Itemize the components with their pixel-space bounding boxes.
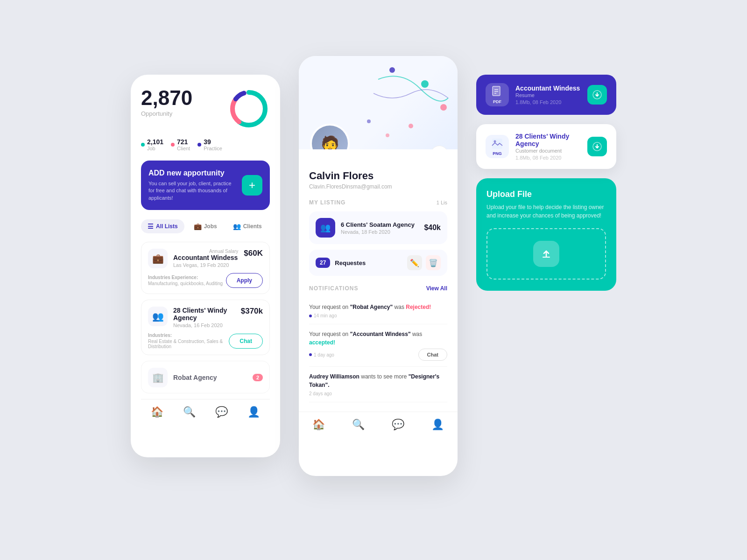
notif-2: Your request on "Accountant Windess" was… — [309, 324, 447, 367]
chat-button-1[interactable]: Chat — [229, 334, 263, 349]
svg-point-9 — [367, 119, 371, 123]
view-all-button[interactable]: View All — [426, 285, 447, 292]
profile-header: 🧑 ✏️ — [299, 56, 458, 149]
file-meta-1: 1.8Mb, 08 Feb 2020 — [515, 99, 581, 105]
stat-job: 2,101 Job — [141, 138, 163, 151]
notif-chat-button[interactable]: Chat — [418, 349, 447, 361]
pdf-label: PDF — [493, 99, 501, 104]
add-button[interactable]: + — [242, 175, 262, 196]
notif-time-2: 1 day ago — [309, 352, 334, 357]
file-info-2: 28 Clients' Windy Agency Customer docume… — [515, 133, 581, 161]
download-button-1[interactable] — [587, 85, 607, 105]
job-sub-1: Las Vegas, 19 Feb 2020 — [173, 262, 238, 268]
requests-row: 27 Requestes ✏️ 🗑️ — [309, 250, 447, 276]
upload-drop-zone[interactable] — [486, 228, 606, 280]
file-meta-2: 1.8Mb, 08 Feb 2020 — [515, 155, 581, 161]
stats-header: 2,870 Opportunity — [141, 88, 270, 130]
jobs-icon: 💼 — [194, 223, 202, 230]
notif-1: Your request on "Robat Agency" was Rejec… — [309, 297, 447, 324]
nav-search[interactable]: 🔍 — [183, 406, 196, 418]
stat-client: 721 Client — [171, 138, 190, 151]
file-type-2: Customer document — [515, 148, 581, 154]
svg-rect-10 — [493, 86, 500, 96]
stat-practice: 39 Practice — [197, 138, 222, 151]
salary-label-1: Annual Salary — [173, 249, 238, 254]
file-card-pdf: PDF Accountant Windess Resume 1.8Mb, 08 … — [476, 75, 616, 115]
avatar-image: 🧑 — [312, 126, 348, 149]
mid-nav-chat[interactable]: 💬 — [392, 419, 404, 431]
upload-icon — [533, 241, 559, 267]
listing-sub: Nevada, 18 Feb 2020 — [341, 229, 418, 235]
file-type-1: Resume — [515, 92, 581, 98]
tab-jobs[interactable]: 💼 Jobs — [187, 219, 224, 233]
list-icon: ☰ — [148, 223, 154, 230]
job-title-2: 28 Clients' Windy Agency — [173, 307, 235, 322]
notif-text-2: Your request on "Accountant Windess" was… — [309, 330, 447, 347]
file-title-1: Accountant Windess — [515, 84, 581, 92]
download-icon-2 — [592, 142, 602, 151]
mid-nav-home[interactable]: 🏠 — [312, 419, 325, 431]
job-sub-2: Nevada, 16 Feb 2020 — [173, 322, 235, 328]
job-value: 2,101 — [147, 138, 163, 146]
job-tags-2: Real Estate & Construction, Sales & Dist… — [148, 339, 229, 349]
notif-3: Audrey Williamson wants to see more "Des… — [309, 367, 447, 402]
client-value: 721 — [177, 138, 190, 146]
requests-edit-button[interactable]: ✏️ — [407, 255, 422, 270]
png-label: PNG — [493, 151, 502, 156]
tab-clients[interactable]: 👥 Clients — [226, 219, 268, 233]
mid-phone: 🧑 ✏️ Calvin Flores Clavin.FloresDinsma@g… — [299, 56, 458, 476]
job-salary-2: $370k — [241, 307, 263, 316]
listing-price: $40k — [424, 224, 441, 232]
svg-point-4 — [389, 67, 395, 73]
requests-label: Requestes — [335, 259, 402, 266]
job-card-3: 🏢 Robat Agency 2 — [141, 361, 270, 393]
job-tags-label-2: Industries: — [148, 333, 229, 338]
job-card-2: 👥 28 Clients' Windy Agency Nevada, 16 Fe… — [141, 300, 270, 355]
mid-nav-search[interactable]: 🔍 — [352, 419, 365, 431]
notif-text-1: Your request on "Robat Agency" was Rejec… — [309, 303, 447, 311]
profile-body: Calvin Flores Clavin.FloresDinsma@gmail.… — [299, 149, 458, 402]
add-banner: ADD new apportunity You can sell your jo… — [141, 161, 270, 210]
requests-delete-button[interactable]: 🗑️ — [426, 255, 441, 270]
practice-label: Practice — [204, 146, 222, 151]
pdf-icon-box: PDF — [486, 83, 509, 106]
main-stat-number: 2,870 — [141, 88, 192, 108]
png-icon — [491, 137, 504, 150]
upload-title: Upload File — [486, 189, 606, 199]
file-title-2: 28 Clients' Windy Agency — [515, 133, 581, 147]
upload-card: Upload File Upload your file to help dec… — [476, 178, 616, 291]
notif-time-1: 14 min ago — [309, 313, 337, 318]
job-salary-1: $60K — [244, 249, 263, 258]
svg-point-7 — [409, 124, 413, 128]
stat-pills: 2,101 Job 721 Client 39 Practice — [141, 138, 270, 151]
job-icon-3: 🏢 — [148, 368, 168, 387]
banner-desc: You can sell your job, client, practice … — [148, 180, 233, 202]
notifications-section: NOTIFICATIONS View All — [309, 285, 447, 292]
mid-nav-profile[interactable]: 👤 — [431, 419, 444, 431]
left-bottom-nav: 🏠 🔍 💬 👤 — [141, 399, 270, 427]
nav-chat[interactable]: 💬 — [215, 406, 228, 418]
left-phone: 2,870 Opportunity 2,101 Job — [131, 75, 280, 457]
profile-email: Clavin.FloresDinsma@gmail.com — [309, 183, 447, 190]
nav-profile[interactable]: 👤 — [247, 406, 260, 418]
download-button-2[interactable] — [587, 137, 607, 156]
file-card-png: PNG 28 Clients' Windy Agency Customer do… — [476, 124, 616, 169]
upload-arrow-icon — [539, 247, 553, 261]
tab-all-lists[interactable]: ☰ All Lists — [141, 219, 184, 233]
svg-point-17 — [494, 140, 496, 143]
job-card-1: 💼 Annual Salary Accountant Windess Las V… — [141, 242, 270, 294]
svg-point-6 — [440, 104, 447, 111]
listing-icon: 👥 — [316, 218, 335, 238]
requests-badge: 27 — [316, 258, 330, 268]
listing-title: 6 Clients' Soatam Agency — [341, 221, 418, 228]
job-title-3: Robat Agency — [173, 374, 247, 381]
clients-icon: 👥 — [233, 223, 241, 230]
notif-time-3: 2 days ago — [309, 391, 332, 396]
listing-card: 👥 6 Clients' Soatam Agency Nevada, 18 Fe… — [309, 211, 447, 244]
job-title-1: Accountant Windess — [173, 254, 238, 261]
apply-button-1[interactable]: Apply — [226, 273, 263, 288]
nav-home[interactable]: 🏠 — [151, 406, 163, 418]
banner-title: ADD new apportunity — [148, 169, 233, 177]
main-stat-label: Opportunity — [141, 110, 192, 117]
download-icon-1 — [592, 90, 602, 99]
